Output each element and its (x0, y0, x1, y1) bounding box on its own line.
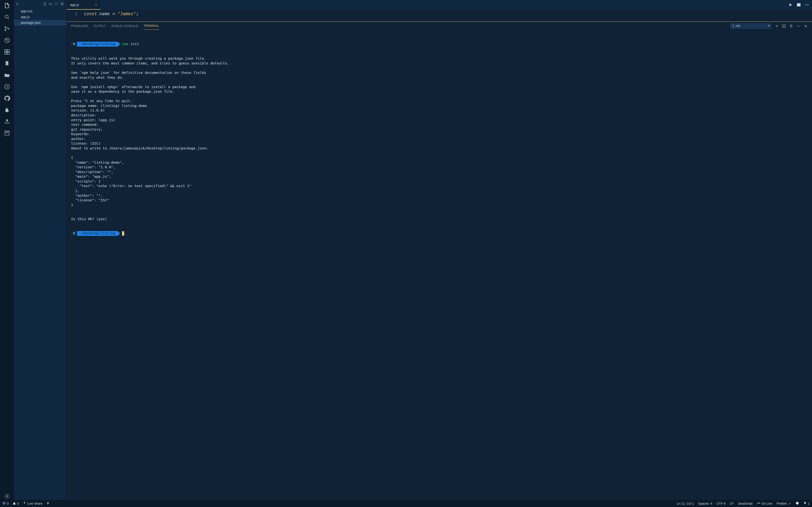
token-keyword: const (84, 11, 97, 16)
warning-icon (12, 501, 16, 506)
split-terminal-icon[interactable] (782, 24, 786, 28)
status-live-share[interactable]: Live Share (23, 501, 42, 506)
svg-line-1 (8, 18, 9, 19)
terminal-cmd-bin: npm (122, 42, 128, 46)
activity-bar (0, 0, 14, 500)
extensions-icon[interactable] (3, 48, 11, 56)
file-item[interactable]: app.css (14, 8, 66, 14)
file-item[interactable]: package.json (14, 20, 66, 25)
status-encoding[interactable]: UTF-8 (717, 502, 725, 505)
bottom-panel: PROBLEMS OUTPUT DEBUG CONSOLE TERMINAL 1… (67, 22, 812, 500)
status-bar: 0 0 Live Share Ln 11, Col 1 Spaces: 4 UT… (0, 500, 812, 507)
status-cursor-position[interactable]: Ln 11, Col 1 (677, 502, 694, 505)
folder-icon[interactable] (3, 71, 11, 79)
explorer-panel: E… app.css app.js package.json (14, 0, 67, 500)
prompt-path: ~/Desktop/linting (77, 42, 118, 47)
svg-rect-8 (5, 52, 7, 54)
token-identifier: name (99, 11, 110, 16)
terminal-selector-label: 1: zsh (732, 24, 740, 27)
svg-point-3 (5, 30, 6, 31)
status-go-live[interactable]: Go Live (757, 501, 772, 506)
status-eol[interactable]: LF (730, 502, 733, 505)
refresh-icon[interactable] (54, 2, 58, 6)
maximize-panel-icon[interactable] (797, 24, 800, 28)
collapse-all-icon[interactable] (60, 2, 64, 6)
svg-rect-7 (7, 50, 9, 52)
explorer-icon[interactable] (3, 2, 11, 9)
panel-tab-problems[interactable]: PROBLEMS (71, 22, 88, 30)
svg-rect-6 (5, 50, 7, 52)
kill-terminal-icon[interactable] (789, 24, 793, 28)
status-prettier[interactable]: Prettier: ✓ (777, 502, 791, 505)
more-icon[interactable] (805, 3, 809, 7)
prompt-symbol: ✝ (71, 42, 77, 47)
svg-point-2 (5, 26, 6, 28)
share-icon[interactable] (3, 118, 11, 125)
error-icon (2, 501, 6, 506)
status-warnings-count: 0 (17, 502, 19, 505)
status-notification-count: 1 (808, 502, 810, 505)
file-item[interactable]: app.js (14, 14, 66, 20)
terminal-selector[interactable]: 1: zsh (730, 23, 771, 29)
code-line: const name = "James"; (84, 11, 139, 21)
panel-tab-debug-console[interactable]: DEBUG CONSOLE (111, 22, 138, 30)
broadcast-icon (757, 501, 760, 506)
debug-disabled-icon[interactable] (3, 37, 11, 44)
smiley-icon (796, 501, 799, 506)
terminal-prompt: ✝ ~/Desktop/linting (71, 231, 808, 236)
token-string: "James" (118, 11, 136, 16)
terminal-output: This utility will walk you through creat… (71, 56, 808, 222)
svg-point-10 (5, 84, 9, 89)
bell-icon (803, 501, 807, 506)
explorer-title: E… (16, 2, 41, 6)
prompt-symbol: ✝ (71, 231, 77, 236)
live-share-icon (23, 501, 26, 506)
bolt-icon (46, 501, 50, 506)
panel-tab-bar: PROBLEMS OUTPUT DEBUG CONSOLE TERMINAL 1… (67, 22, 812, 31)
terminal-prompt: ✝ ~/Desktop/linting npm init (71, 42, 808, 47)
terminal-cmd-arg: init (131, 42, 139, 46)
status-bolt[interactable] (46, 501, 50, 506)
editor-tab[interactable]: app.js × (67, 0, 101, 10)
line-number: 1 (67, 11, 84, 21)
status-notifications[interactable]: 1 (803, 501, 810, 506)
terminal-cursor (122, 231, 124, 236)
circle-caret-icon[interactable] (3, 83, 11, 90)
new-terminal-icon[interactable] (775, 24, 779, 28)
search-icon[interactable] (3, 13, 11, 21)
close-tab-icon[interactable]: × (95, 3, 97, 7)
panel-tab-output[interactable]: OUTPUT (94, 22, 106, 30)
token-semicolon: ; (136, 11, 139, 16)
status-errors-count: 0 (7, 502, 9, 505)
svg-point-14 (6, 495, 8, 497)
bookmark-icon[interactable] (3, 60, 11, 67)
browser-preview-icon[interactable] (3, 129, 11, 137)
code-editor[interactable]: 1 const name = "James"; (67, 10, 812, 22)
new-folder-icon[interactable] (49, 2, 52, 6)
firebase-icon[interactable] (3, 106, 11, 113)
svg-point-31 (758, 503, 759, 503)
tab-bar: app.js × (67, 0, 812, 10)
settings-gear-icon[interactable] (3, 493, 11, 500)
tab-label: app.js (70, 3, 79, 7)
svg-point-4 (8, 28, 9, 30)
new-file-icon[interactable] (43, 2, 47, 6)
panel-tab-terminal[interactable]: TERMINAL (144, 22, 159, 30)
status-language[interactable]: JavaScript (738, 502, 753, 505)
status-errors[interactable]: 0 (2, 501, 9, 506)
explorer-header: E… (14, 0, 66, 8)
run-icon[interactable] (788, 3, 793, 7)
github-icon[interactable] (3, 95, 11, 102)
split-editor-icon[interactable] (797, 3, 801, 7)
main-area: app.js × 1 const name = "James"; PROBLEM… (67, 0, 812, 500)
svg-point-34 (798, 503, 798, 503)
status-indentation[interactable]: Spaces: 4 (698, 502, 712, 505)
close-panel-icon[interactable] (804, 24, 808, 28)
svg-point-19 (806, 5, 806, 5)
status-warnings[interactable]: 0 (12, 501, 19, 506)
svg-point-21 (808, 5, 808, 5)
svg-point-32 (796, 502, 799, 504)
status-feedback[interactable] (796, 501, 799, 506)
source-control-icon[interactable] (3, 25, 11, 32)
terminal-view[interactable]: ✝ ~/Desktop/linting npm init This utilit… (67, 31, 812, 500)
